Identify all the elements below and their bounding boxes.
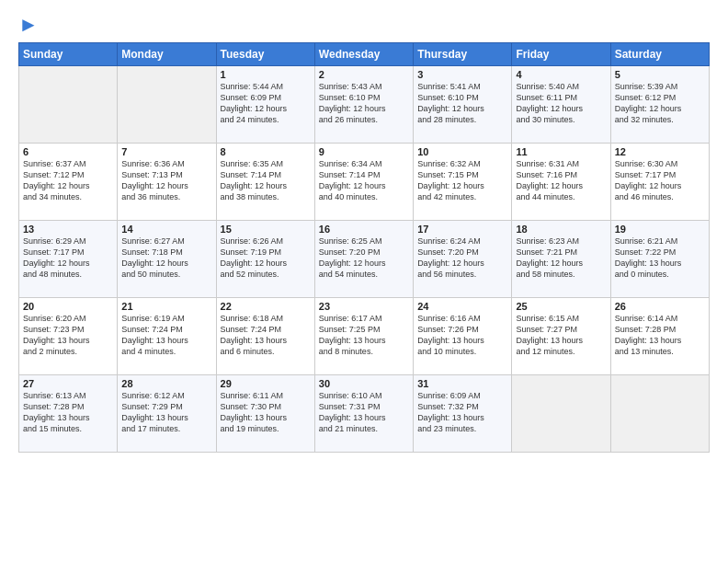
calendar-day-header: Monday bbox=[118, 43, 216, 66]
calendar-cell: 26Sunrise: 6:14 AM Sunset: 7:28 PM Dayli… bbox=[610, 298, 709, 375]
calendar-cell: 19Sunrise: 6:21 AM Sunset: 7:22 PM Dayli… bbox=[610, 221, 709, 298]
calendar-cell: 14Sunrise: 6:27 AM Sunset: 7:18 PM Dayli… bbox=[118, 221, 216, 298]
calendar-cell: 5Sunrise: 5:39 AM Sunset: 6:12 PM Daylig… bbox=[610, 66, 709, 144]
calendar-cell: 22Sunrise: 6:18 AM Sunset: 7:24 PM Dayli… bbox=[216, 298, 314, 375]
day-content: Sunrise: 6:29 AM Sunset: 7:17 PM Dayligh… bbox=[23, 236, 113, 281]
day-content: Sunrise: 6:18 AM Sunset: 7:24 PM Dayligh… bbox=[221, 313, 311, 358]
day-content: Sunrise: 6:36 AM Sunset: 7:13 PM Dayligh… bbox=[121, 158, 211, 203]
calendar-cell: 4Sunrise: 5:40 AM Sunset: 6:11 PM Daylig… bbox=[512, 66, 610, 144]
calendar-cell: 25Sunrise: 6:15 AM Sunset: 7:27 PM Dayli… bbox=[512, 298, 610, 375]
day-content: Sunrise: 6:09 AM Sunset: 7:32 PM Dayligh… bbox=[417, 390, 507, 435]
calendar-day-header: Thursday bbox=[414, 43, 512, 66]
day-number: 31 bbox=[417, 378, 507, 389]
day-content: Sunrise: 6:15 AM Sunset: 7:27 PM Dayligh… bbox=[516, 313, 606, 358]
calendar-table: SundayMondayTuesdayWednesdayThursdayFrid… bbox=[18, 42, 710, 453]
day-content: Sunrise: 6:16 AM Sunset: 7:26 PM Dayligh… bbox=[417, 313, 507, 358]
day-number: 16 bbox=[319, 224, 409, 235]
calendar-day-header: Tuesday bbox=[216, 43, 314, 66]
day-number: 20 bbox=[23, 301, 113, 312]
calendar-cell: 7Sunrise: 6:36 AM Sunset: 7:13 PM Daylig… bbox=[118, 144, 216, 221]
calendar-day-header: Sunday bbox=[19, 43, 118, 66]
day-content: Sunrise: 5:43 AM Sunset: 6:10 PM Dayligh… bbox=[319, 81, 409, 126]
day-content: Sunrise: 6:34 AM Sunset: 7:14 PM Dayligh… bbox=[319, 158, 409, 203]
day-content: Sunrise: 6:12 AM Sunset: 7:29 PM Dayligh… bbox=[121, 390, 211, 435]
day-number: 11 bbox=[516, 146, 606, 157]
day-content: Sunrise: 5:44 AM Sunset: 6:09 PM Dayligh… bbox=[221, 81, 311, 126]
day-content: Sunrise: 6:21 AM Sunset: 7:22 PM Dayligh… bbox=[615, 236, 705, 281]
day-content: Sunrise: 6:27 AM Sunset: 7:18 PM Dayligh… bbox=[121, 236, 211, 281]
calendar-week-row: 13Sunrise: 6:29 AM Sunset: 7:17 PM Dayli… bbox=[19, 221, 710, 298]
calendar-cell: 6Sunrise: 6:37 AM Sunset: 7:12 PM Daylig… bbox=[19, 144, 118, 221]
day-number: 19 bbox=[615, 224, 705, 235]
day-number: 1 bbox=[221, 69, 311, 80]
day-content: Sunrise: 6:24 AM Sunset: 7:20 PM Dayligh… bbox=[417, 236, 507, 281]
calendar-cell: 20Sunrise: 6:20 AM Sunset: 7:23 PM Dayli… bbox=[19, 298, 118, 375]
day-number: 6 bbox=[23, 146, 113, 157]
calendar-cell: 10Sunrise: 6:32 AM Sunset: 7:15 PM Dayli… bbox=[414, 144, 512, 221]
day-content: Sunrise: 6:30 AM Sunset: 7:17 PM Dayligh… bbox=[615, 158, 705, 203]
calendar-week-row: 20Sunrise: 6:20 AM Sunset: 7:23 PM Dayli… bbox=[19, 298, 710, 375]
calendar-cell: 2Sunrise: 5:43 AM Sunset: 6:10 PM Daylig… bbox=[314, 66, 413, 144]
day-content: Sunrise: 6:11 AM Sunset: 7:30 PM Dayligh… bbox=[221, 390, 311, 435]
calendar-cell: 12Sunrise: 6:30 AM Sunset: 7:17 PM Dayli… bbox=[610, 144, 709, 221]
calendar-cell: 27Sunrise: 6:13 AM Sunset: 7:28 PM Dayli… bbox=[19, 375, 118, 453]
day-number: 25 bbox=[516, 301, 606, 312]
calendar-cell bbox=[610, 375, 709, 453]
logo: ► bbox=[18, 15, 39, 35]
day-number: 30 bbox=[319, 378, 409, 389]
day-number: 26 bbox=[615, 301, 705, 312]
page-header: ► bbox=[18, 15, 710, 35]
calendar-day-header: Saturday bbox=[610, 43, 709, 66]
calendar-cell: 1Sunrise: 5:44 AM Sunset: 6:09 PM Daylig… bbox=[216, 66, 314, 144]
day-content: Sunrise: 6:20 AM Sunset: 7:23 PM Dayligh… bbox=[23, 313, 113, 358]
calendar-week-row: 1Sunrise: 5:44 AM Sunset: 6:09 PM Daylig… bbox=[19, 66, 710, 144]
day-number: 10 bbox=[417, 146, 507, 157]
calendar-cell: 29Sunrise: 6:11 AM Sunset: 7:30 PM Dayli… bbox=[216, 375, 314, 453]
day-content: Sunrise: 6:10 AM Sunset: 7:31 PM Dayligh… bbox=[319, 390, 409, 435]
calendar-cell: 3Sunrise: 5:41 AM Sunset: 6:10 PM Daylig… bbox=[414, 66, 512, 144]
day-number: 13 bbox=[23, 224, 113, 235]
day-number: 17 bbox=[417, 224, 507, 235]
day-content: Sunrise: 5:41 AM Sunset: 6:10 PM Dayligh… bbox=[417, 81, 507, 126]
calendar-cell: 17Sunrise: 6:24 AM Sunset: 7:20 PM Dayli… bbox=[414, 221, 512, 298]
calendar-week-row: 27Sunrise: 6:13 AM Sunset: 7:28 PM Dayli… bbox=[19, 375, 710, 453]
calendar-day-header: Friday bbox=[512, 43, 610, 66]
day-content: Sunrise: 6:14 AM Sunset: 7:28 PM Dayligh… bbox=[615, 313, 705, 358]
day-content: Sunrise: 6:25 AM Sunset: 7:20 PM Dayligh… bbox=[319, 236, 409, 281]
calendar-cell: 13Sunrise: 6:29 AM Sunset: 7:17 PM Dayli… bbox=[19, 221, 118, 298]
day-number: 2 bbox=[319, 69, 409, 80]
day-number: 23 bbox=[319, 301, 409, 312]
calendar-cell: 9Sunrise: 6:34 AM Sunset: 7:14 PM Daylig… bbox=[314, 144, 413, 221]
day-number: 3 bbox=[417, 69, 507, 80]
day-content: Sunrise: 6:31 AM Sunset: 7:16 PM Dayligh… bbox=[516, 158, 606, 203]
calendar-cell: 15Sunrise: 6:26 AM Sunset: 7:19 PM Dayli… bbox=[216, 221, 314, 298]
day-number: 9 bbox=[319, 146, 409, 157]
day-number: 28 bbox=[121, 378, 211, 389]
day-content: Sunrise: 6:19 AM Sunset: 7:24 PM Dayligh… bbox=[121, 313, 211, 358]
day-number: 5 bbox=[615, 69, 705, 80]
calendar-header-row: SundayMondayTuesdayWednesdayThursdayFrid… bbox=[19, 43, 710, 66]
day-number: 22 bbox=[221, 301, 311, 312]
day-number: 29 bbox=[221, 378, 311, 389]
day-number: 8 bbox=[221, 146, 311, 157]
calendar-week-row: 6Sunrise: 6:37 AM Sunset: 7:12 PM Daylig… bbox=[19, 144, 710, 221]
day-content: Sunrise: 6:37 AM Sunset: 7:12 PM Dayligh… bbox=[23, 158, 113, 203]
calendar-cell: 24Sunrise: 6:16 AM Sunset: 7:26 PM Dayli… bbox=[414, 298, 512, 375]
calendar-cell: 31Sunrise: 6:09 AM Sunset: 7:32 PM Dayli… bbox=[414, 375, 512, 453]
day-content: Sunrise: 5:40 AM Sunset: 6:11 PM Dayligh… bbox=[516, 81, 606, 126]
calendar-cell: 21Sunrise: 6:19 AM Sunset: 7:24 PM Dayli… bbox=[118, 298, 216, 375]
day-number: 15 bbox=[221, 224, 311, 235]
day-content: Sunrise: 6:23 AM Sunset: 7:21 PM Dayligh… bbox=[516, 236, 606, 281]
calendar-cell: 30Sunrise: 6:10 AM Sunset: 7:31 PM Dayli… bbox=[314, 375, 413, 453]
day-number: 18 bbox=[516, 224, 606, 235]
day-number: 27 bbox=[23, 378, 113, 389]
calendar-cell: 28Sunrise: 6:12 AM Sunset: 7:29 PM Dayli… bbox=[118, 375, 216, 453]
day-content: Sunrise: 6:17 AM Sunset: 7:25 PM Dayligh… bbox=[319, 313, 409, 358]
day-number: 21 bbox=[121, 301, 211, 312]
day-number: 4 bbox=[516, 69, 606, 80]
logo-text: ► bbox=[18, 15, 39, 35]
calendar-cell bbox=[512, 375, 610, 453]
day-number: 12 bbox=[615, 146, 705, 157]
day-content: Sunrise: 6:35 AM Sunset: 7:14 PM Dayligh… bbox=[221, 158, 311, 203]
calendar-cell: 16Sunrise: 6:25 AM Sunset: 7:20 PM Dayli… bbox=[314, 221, 413, 298]
